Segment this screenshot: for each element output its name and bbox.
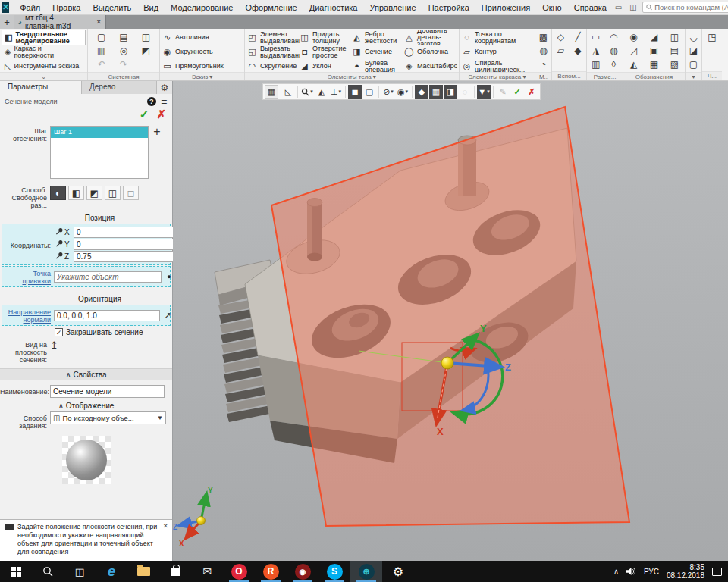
material-preview[interactable]: [62, 436, 111, 484]
open-icon[interactable]: ▤: [119, 32, 127, 42]
edge-button[interactable]: e: [96, 561, 127, 582]
aux-plane-icon[interactable]: ▱: [557, 45, 564, 56]
group-m-label[interactable]: М..: [535, 72, 551, 80]
shell-button[interactable]: ◯Оболочка: [404, 45, 457, 59]
extra-sheet-icon[interactable]: ▢: [689, 59, 698, 70]
menu-settings[interactable]: Настройка: [422, 2, 475, 14]
triad-origin-handle[interactable]: [441, 357, 453, 369]
r-app-button[interactable]: R: [255, 561, 287, 582]
red-app-button[interactable]: ◉: [287, 561, 318, 582]
assign-method-dropdown[interactable]: ◫ По исходному объе... ▼: [50, 411, 166, 424]
axes-icon[interactable]: ⊥▾: [329, 85, 343, 99]
notation-tolerance-icon[interactable]: ◫: [670, 32, 679, 42]
new-document-icon[interactable]: ▢: [97, 32, 105, 42]
pin-icon[interactable]: [54, 252, 64, 261]
method-by-sketch-button[interactable]: ◫: [105, 186, 121, 200]
hide-objects-icon[interactable]: ⊘▾: [381, 85, 395, 99]
group-extra-label[interactable]: ▾: [686, 72, 701, 80]
autoline-button[interactable]: ∿ Автолиния: [162, 30, 242, 45]
extrude-button[interactable]: ◰Элемент выдавливания: [247, 30, 300, 45]
mode-solid-modeling[interactable]: ◧ Твердотельное моделирование: [2, 30, 85, 45]
opera-button[interactable]: O: [223, 561, 255, 582]
message-close-icon[interactable]: ✕: [162, 522, 168, 530]
simple-hole-button[interactable]: ◘Отверстие простое: [300, 45, 352, 59]
checkbox-checked-icon[interactable]: ✓: [55, 328, 63, 336]
viewport-confirm-icon[interactable]: ✓: [510, 85, 524, 99]
menu-modeling[interactable]: Моделирование: [165, 2, 239, 14]
circle-button[interactable]: ◉ Окружность: [162, 45, 242, 59]
tab-tree[interactable]: Дерево: [82, 81, 157, 94]
layout-split-icon[interactable]: ◫: [627, 3, 639, 11]
menu-window[interactable]: Окно: [536, 2, 568, 14]
rib-button[interactable]: ◭Ребро жесткости: [352, 30, 404, 45]
grid-icon[interactable]: ▦: [265, 85, 278, 99]
menu-applications[interactable]: Приложения: [475, 2, 536, 14]
method-by-object-button[interactable]: ◧: [68, 186, 84, 200]
dim-note-icon[interactable]: ▥: [592, 59, 600, 70]
ch-drawing-icon[interactable]: ◳: [708, 32, 716, 42]
help-icon[interactable]: ?: [147, 97, 156, 106]
taskbar-search-button[interactable]: [32, 561, 64, 582]
shade-section-option[interactable]: ✓ Закрашивать сечение: [55, 328, 172, 336]
aux-point-icon[interactable]: ◇: [557, 32, 564, 42]
mode-collapse[interactable]: ⌄: [0, 72, 87, 80]
notation-datum-icon[interactable]: ◢: [651, 32, 657, 42]
save-as-icon[interactable]: ◩: [142, 45, 150, 56]
pin-icon[interactable]: [54, 227, 64, 237]
normal-direction-link[interactable]: Направление нормали: [4, 307, 54, 324]
snap-points-icon[interactable]: ◆: [415, 85, 428, 99]
method-by-plane-button[interactable]: ◩: [86, 186, 102, 200]
extra-spline-icon[interactable]: ◡: [689, 32, 697, 42]
coord-x-input[interactable]: [74, 227, 180, 238]
menu-diagnostics[interactable]: Диагностика: [303, 2, 364, 14]
direction-arrow-icon[interactable]: ↗: [163, 311, 172, 321]
section-step-list[interactable]: Шаг 1: [50, 126, 149, 179]
view-on-plane-icon[interactable]: ↥: [50, 340, 58, 351]
cancel-cross-icon[interactable]: ✗: [156, 108, 166, 121]
group-body-label[interactable]: Элементы тела ▾: [245, 72, 459, 80]
paint-icon[interactable]: ◔: [541, 59, 546, 70]
notation-table-icon[interactable]: ▧: [670, 59, 679, 70]
scene-3d[interactable]: Y Z X Y Z X: [173, 81, 728, 561]
structure-icon[interactable]: ≣: [161, 96, 168, 106]
coord-z-input[interactable]: [74, 251, 180, 262]
tab-parameters[interactable]: Параметры: [0, 81, 82, 94]
dim-angular-icon[interactable]: ◮: [592, 45, 599, 56]
edit-pencil-icon[interactable]: ✎: [496, 85, 510, 99]
extra-surface-icon[interactable]: ◪: [689, 45, 698, 56]
menu-select[interactable]: Выделить: [86, 2, 137, 14]
layout-single-icon[interactable]: ▭: [613, 3, 624, 11]
method-free-placement-button[interactable]: ◐: [50, 186, 66, 200]
viewport-cancel-icon[interactable]: ✗: [525, 85, 538, 99]
group-ch-label[interactable]: Ч...: [702, 71, 722, 80]
blob-icon[interactable]: ◍: [539, 45, 547, 56]
new-tab-button[interactable]: +: [0, 15, 14, 29]
method-offset-button[interactable]: ◻: [123, 186, 139, 200]
settings-button[interactable]: ⚙: [382, 561, 414, 582]
normal-vector-input[interactable]: [54, 310, 160, 321]
group-dim-label[interactable]: Разме...: [587, 72, 623, 80]
volume-icon[interactable]: [626, 567, 636, 576]
contour-button[interactable]: ▱Контур: [462, 45, 532, 59]
redo-icon[interactable]: ↷: [120, 59, 127, 70]
camera-icon[interactable]: ◉▾: [396, 85, 410, 99]
menu-management[interactable]: Управление: [363, 2, 422, 14]
save-icon[interactable]: ◫: [142, 32, 150, 42]
menu-view[interactable]: Вид: [137, 2, 165, 14]
operation-name-input[interactable]: [50, 385, 165, 398]
notation-leader-icon[interactable]: ◿: [630, 45, 637, 56]
sketch-plane-icon[interactable]: ◺: [281, 85, 295, 99]
notation-roughness-icon[interactable]: ◉: [629, 32, 637, 42]
model-viewport[interactable]: ▦ ◺ ▾ ◭ ⊥▾ ◼ ▢ ⊘▾ ◉▾ ◆ ▦ ◨ ◌ ▼▾ ✎ ✓ ✗: [173, 81, 728, 561]
anchor-point-link[interactable]: Точка привязки: [4, 268, 54, 285]
aux-axis-icon[interactable]: ╱: [575, 32, 580, 42]
panel-gear-icon[interactable]: ⚙: [157, 81, 172, 94]
dim-leader-icon[interactable]: ◊: [611, 59, 616, 70]
add-step-button[interactable]: +: [149, 126, 165, 138]
print-icon[interactable]: ▥: [97, 45, 105, 56]
section-plane[interactable]: [271, 107, 629, 526]
snap-align-icon[interactable]: ◨: [444, 85, 457, 99]
notification-center-icon[interactable]: [712, 568, 722, 576]
tab-close-icon[interactable]: ✕: [96, 18, 102, 26]
notation-mark-icon[interactable]: ▣: [650, 45, 658, 56]
